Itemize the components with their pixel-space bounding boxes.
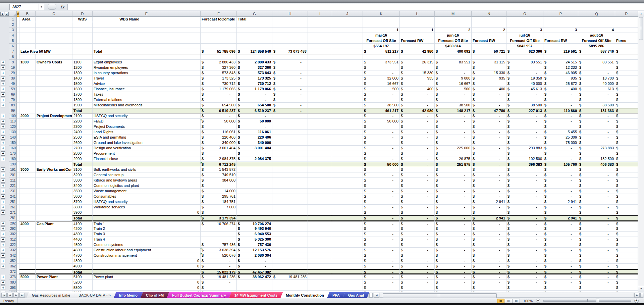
cell-L19[interactable]: $- <box>400 65 435 70</box>
cell-G281[interactable] <box>237 215 272 221</box>
cell-L322[interactable]: $- <box>400 242 435 248</box>
cell-J281[interactable] <box>332 215 363 221</box>
cell-K5[interactable]: Forecast Off Site <box>363 38 400 44</box>
cell-E150[interactable]: Ground and lake investigation <box>93 140 201 146</box>
cell-P59[interactable]: $400 <box>543 87 578 92</box>
row-header-7[interactable]: 7 <box>9 49 17 54</box>
cell-P1[interactable] <box>543 17 578 22</box>
cell-P221[interactable]: $- <box>543 183 578 189</box>
cell-E1[interactable]: WBS Name <box>93 17 201 22</box>
cell-I39[interactable] <box>308 76 332 81</box>
cell-H191[interactable] <box>272 167 308 172</box>
cell-B271[interactable] <box>19 210 36 215</box>
sheet-tab-gas-resources-in-lake[interactable]: Gas Resources in Lake <box>26 292 75 298</box>
row-header-393[interactable]: 393 <box>9 285 17 291</box>
cell-N201[interactable]: $- <box>472 172 506 178</box>
cell-P201[interactable]: $- <box>543 172 578 178</box>
expand-row-191-button[interactable]: + <box>1 167 5 172</box>
cell-G9[interactable]: $2 880 433 <box>237 60 272 65</box>
cell-R160[interactable]: $ <box>615 146 638 151</box>
cell-L282[interactable]: $- <box>400 221 435 226</box>
cell-P19[interactable]: $12 233 <box>543 65 578 70</box>
name-box-dropdown-icon[interactable]: ▼ <box>39 4 44 10</box>
cell-K372[interactable]: $- <box>363 269 400 274</box>
cell-H150[interactable] <box>272 140 308 146</box>
cell-K191[interactable]: $- <box>363 167 400 172</box>
cell-J241[interactable] <box>332 194 363 199</box>
cell-P160[interactable]: $- <box>543 146 578 151</box>
cell-R29[interactable]: $ <box>615 70 638 76</box>
cell-G302[interactable]: $6 940 553 <box>237 232 272 237</box>
cell-M100[interactable]: $- <box>435 113 472 119</box>
row-header-8[interactable]: 8 <box>9 54 17 60</box>
cell-N312[interactable]: $- <box>472 237 506 242</box>
cell-B352[interactable] <box>19 258 36 264</box>
cell-I59[interactable] <box>308 87 332 92</box>
cell-D140[interactable]: 2500 <box>72 135 93 140</box>
cell-M59[interactable]: $500 <box>435 87 472 92</box>
cell-O7[interactable]: $623 396 <box>506 49 543 54</box>
cell-Q3[interactable]: 4 <box>578 28 615 33</box>
cell-F110[interactable]: $50 000 <box>201 119 237 124</box>
cell-M150[interactable]: $- <box>435 140 472 146</box>
cell-K89[interactable]: $38 500 <box>363 103 400 108</box>
cell-E211[interactable]: Kitraco and laydown areas <box>93 178 201 183</box>
cell-A140[interactable] <box>17 135 19 140</box>
cell-F261[interactable]: $7 000 <box>201 205 237 210</box>
cell-A231[interactable] <box>17 189 19 194</box>
cell-C89[interactable] <box>36 103 72 108</box>
cell-I170[interactable] <box>308 151 332 156</box>
cell-Q322[interactable]: $- <box>578 242 615 248</box>
cell-D231[interactable]: 3500 <box>72 189 93 194</box>
cell-E29[interactable]: In country operations <box>93 70 201 76</box>
cell-R100[interactable]: $ <box>615 113 638 119</box>
cell-C9[interactable]: Owner's Costs <box>36 60 72 65</box>
cell-F362[interactable]: $- <box>201 264 237 269</box>
column-header-N[interactable]: N <box>472 11 506 17</box>
cell-M302[interactable]: $- <box>435 232 472 237</box>
cell-N383[interactable]: $- <box>472 280 506 285</box>
cell-I1[interactable] <box>308 17 332 22</box>
cell-M282[interactable]: $- <box>435 221 472 226</box>
cell-J150[interactable] <box>332 140 363 146</box>
cell-I332[interactable] <box>308 248 332 253</box>
row-header-373[interactable]: 373 <box>9 274 17 280</box>
cell-H69[interactable]: $- <box>272 92 308 97</box>
cell-D150[interactable]: 2600 <box>72 140 93 146</box>
cell-Q332[interactable]: $- <box>578 248 615 253</box>
cell-Q211[interactable]: $- <box>578 178 615 183</box>
select-all-corner[interactable] <box>9 11 17 17</box>
cell-A292[interactable] <box>17 226 19 232</box>
cell-P393[interactable]: $- <box>543 285 578 291</box>
cell-B4[interactable] <box>19 33 36 38</box>
cell-L49[interactable]: $- <box>400 81 435 87</box>
cell-M69[interactable]: $- <box>435 92 472 97</box>
expand-row-302-button[interactable]: + <box>1 232 5 236</box>
cell-C352[interactable] <box>36 258 72 264</box>
sheet-tab-back-up-data-[interactable]: BACK-UP DATA --> <box>73 292 116 298</box>
horizontal-scrollbar-track[interactable] <box>380 293 634 298</box>
cell-I8[interactable] <box>308 54 332 60</box>
cell-D1[interactable]: WBS <box>72 17 93 22</box>
cell-O99[interactable]: $227 013 <box>506 108 543 113</box>
cell-P170[interactable]: $- <box>543 151 578 156</box>
cell-B221[interactable] <box>19 183 36 189</box>
cell-H49[interactable]: $- <box>272 81 308 87</box>
cell-O29[interactable]: $- <box>506 70 543 76</box>
cell-Q19[interactable]: $- <box>578 65 615 70</box>
page-layout-view-button[interactable]: ▥ <box>505 299 512 303</box>
cell-R261[interactable]: $ <box>615 205 638 210</box>
cell-A99[interactable] <box>17 108 19 113</box>
cell-G39[interactable]: $173 325 <box>237 76 272 81</box>
cell-Q29[interactable]: $- <box>578 70 615 76</box>
cell-O49[interactable]: $40 000 <box>506 81 543 87</box>
cell-M19[interactable]: $- <box>435 65 472 70</box>
column-header-B[interactable]: B <box>19 11 36 17</box>
cell-N372[interactable]: $- <box>472 269 506 274</box>
cell-M5[interactable]: Forecast Off Site <box>435 38 472 44</box>
cell-N29[interactable]: $15 330 <box>472 70 506 76</box>
cell-H59[interactable]: $- <box>272 87 308 92</box>
cell-A49[interactable] <box>17 81 19 87</box>
cell-A170[interactable] <box>17 151 19 156</box>
cell-H282[interactable] <box>272 221 308 226</box>
